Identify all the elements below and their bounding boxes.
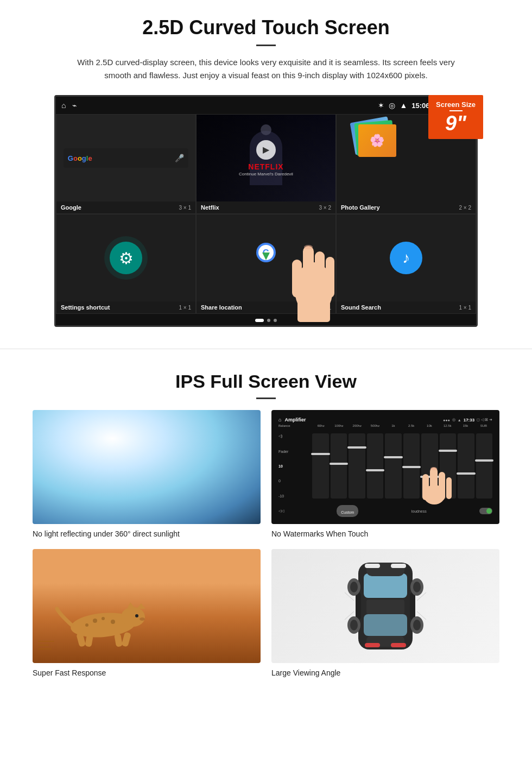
svg-rect-37 [356,592,361,620]
google-widget-area: Google 🎤 [56,115,195,201]
wifi-icon: ▲ [400,101,407,110]
dot-3 [274,319,277,322]
dot-2 [267,319,270,322]
feature-cheetah: Super Fast Response [33,549,261,677]
sound-search-label: Sound Search [341,304,381,311]
app-cell-google[interactable]: Google 🎤 Google 3 × 1 [56,114,196,214]
status-bar-left: ⌂ ⌁ [61,101,77,110]
netflix-play-button[interactable]: ▶ [256,140,276,160]
location-icon: ◎ [389,101,395,110]
android-screen: ⌂ ⌁ ✶ ◎ ▲ 15:06 ◻ ◁ ⊠ □ [54,95,478,327]
app-grid-row2: ⚙ Settings shortcut 1 × 1 [56,214,476,314]
equalizer-label: No Watermarks When Touch [271,529,499,538]
google-label: Google [61,204,81,211]
svg-rect-49 [365,643,380,647]
badge-divider [449,110,463,111]
eq-loudness-label: loudness [411,509,427,513]
dot-1 [255,319,264,322]
share-location-label-bar: Share location 1 × 1 [197,301,335,313]
google-mic-icon[interactable]: 🎤 [175,154,184,162]
svg-point-24 [102,617,105,620]
section1-description: With 2.5D curved-display screen, this de… [76,56,456,82]
feature-equalizer: ⌂ Amplifier ●●● ◎ ▲ 17:33 ◻ ◁ ⊠ ➜ [271,410,499,538]
netflix-label: Netflix [201,204,219,211]
sound-search-label-bar: Sound Search 1 × 1 [337,301,476,313]
sunlight-image [33,410,261,524]
device-mockup: Screen Size 9" ⌂ ⌁ ✶ ◎ ▲ 15:06 ◻ ◁ ⊠ [54,95,478,327]
pagination-dots [255,319,277,322]
sound-search-size: 1 × 1 [459,305,471,311]
app-cell-settings[interactable]: ⚙ Settings shortcut 1 × 1 [56,214,196,314]
cheetah-label: Super Fast Response [33,668,261,677]
google-logo: Google [68,154,92,162]
badge-label: Screen Size [436,100,476,109]
section-ips: IPS Full Screen View No light reflecting… [0,360,532,693]
screen-size-badge: Screen Size 9" [428,95,483,139]
svg-rect-47 [365,564,380,568]
svg-point-18 [121,607,145,627]
status-bar: ⌂ ⌁ ✶ ◎ ▲ 15:06 ◻ ◁ ⊠ □ [56,97,476,114]
photo-size: 2 × 2 [459,205,471,211]
eq-time: 17:33 [464,418,474,422]
netflix-logo: NETFLIX [239,163,293,171]
svg-rect-36 [366,600,404,614]
google-label-bar: Google 3 × 1 [56,201,195,213]
share-location-icon[interactable]: G [250,242,282,274]
section-curved-touch: 2.5D Curved Touch Screen With 2.5D curve… [0,0,532,338]
svg-point-25 [111,620,115,624]
photo-label: Photo Gallery [341,204,380,211]
app-grid-row1: Google 🎤 Google 3 × 1 [56,114,476,214]
svg-rect-38 [410,592,415,620]
app-cell-sound-search[interactable]: ♪ Sound Search 1 × 1 [336,214,476,314]
svg-rect-50 [391,643,406,647]
svg-rect-30 [121,632,131,647]
svg-rect-48 [391,564,406,568]
svg-rect-33 [364,614,407,636]
feature-car: Large Viewing Angle [271,549,499,677]
netflix-subtitle: Continue Marvel's Daredevil [239,172,293,176]
svg-point-44 [350,620,358,630]
settings-widget-area: ⚙ [56,215,195,301]
badge-size: 9" [445,112,466,135]
svg-point-26 [85,623,88,627]
feature-grid: No light reflecting under 360° direct su… [33,410,499,677]
home-icon[interactable]: ⌂ [61,101,66,110]
settings-label: Settings shortcut [61,304,110,311]
section-divider-hr [0,349,532,349]
svg-rect-32 [364,573,407,598]
settings-icon[interactable]: ⚙ [110,242,142,274]
google-search-bar[interactable]: Google 🎤 [64,148,188,168]
app-cell-share-location[interactable]: G [196,214,336,314]
svg-rect-29 [114,633,123,647]
section1-title: 2.5D Curved Touch Screen [33,16,499,39]
bluetooth-icon: ✶ [378,101,384,110]
ips-title-divider [256,398,276,399]
equalizer-image: ⌂ Amplifier ●●● ◎ ▲ 17:33 ◻ ◁ ⊠ ➜ [271,410,499,524]
sound-search-icon[interactable]: ♪ [390,242,422,274]
svg-point-23 [93,619,97,623]
netflix-size: 3 × 2 [319,205,331,211]
title-divider [256,45,276,46]
eq-title: Amplifier [284,417,306,422]
share-location-label: Share location [201,304,242,311]
cheetah-image [33,549,261,663]
sound-search-area: ♪ [337,215,476,301]
app-cell-netflix[interactable]: ▶ NETFLIX Continue Marvel's Daredevil Ne… [196,114,336,214]
eq-custom: Custom [341,510,354,514]
share-location-area: G [197,215,335,301]
status-time: 15:06 [411,102,429,110]
share-location-size: 1 × 1 [319,305,331,311]
netflix-label-bar: Netflix 3 × 2 [197,201,335,213]
svg-marker-20 [128,602,135,608]
svg-point-40 [350,582,358,592]
feature-sunlight: No light reflecting under 360° direct su… [33,410,261,538]
section2-title: IPS Full Screen View [33,371,499,392]
svg-point-21 [135,614,138,617]
netflix-widget-area: ▶ NETFLIX Continue Marvel's Daredevil [197,115,335,201]
car-image [271,549,499,663]
car-label: Large Viewing Angle [271,668,499,677]
photo-label-bar: Photo Gallery 2 × 2 [337,201,476,213]
sunlight-label: No light reflecting under 360° direct su… [33,529,261,538]
eq-screen: ⌂ Amplifier ●●● ◎ ▲ 17:33 ◻ ◁ ⊠ ➜ [276,414,495,520]
svg-point-42 [413,582,421,592]
